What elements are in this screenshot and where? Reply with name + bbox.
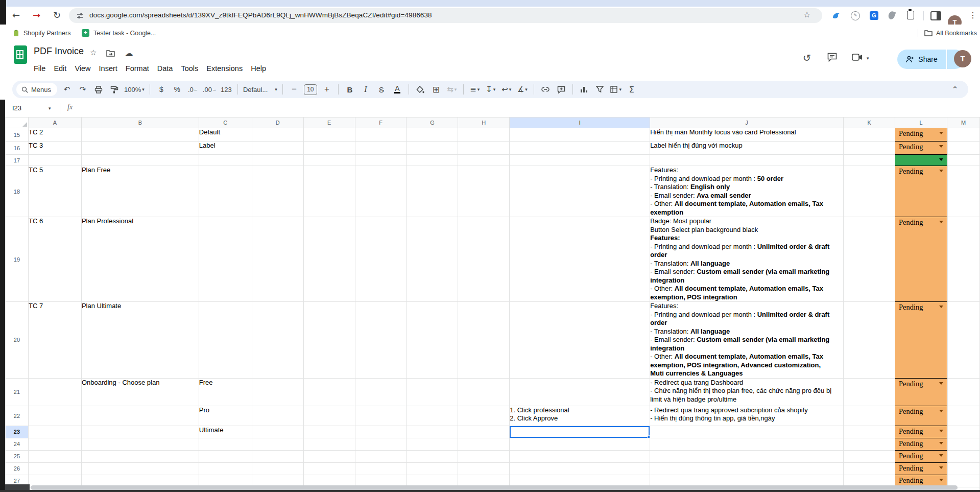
menu-format[interactable]: Format: [122, 63, 153, 74]
cell-J26[interactable]: [650, 462, 844, 475]
bookmark-tester-task[interactable]: Tester task - Google...: [93, 30, 156, 37]
cell-K22[interactable]: [844, 406, 895, 426]
cell-G17[interactable]: [407, 155, 458, 166]
cell-J25[interactable]: [650, 450, 844, 462]
menu-view[interactable]: View: [70, 63, 94, 74]
cell-C19[interactable]: [199, 217, 252, 302]
row-header-22[interactable]: 22: [6, 406, 29, 426]
cell-G18[interactable]: [407, 166, 458, 217]
cell-B20[interactable]: Plan Ultimate: [81, 302, 199, 379]
row-header-23[interactable]: 23: [6, 426, 29, 438]
row-header-24[interactable]: 24: [6, 438, 29, 450]
cell-M25[interactable]: [947, 450, 979, 462]
side-panel-icon[interactable]: [930, 11, 941, 20]
col-header-J[interactable]: J: [650, 118, 844, 128]
cell-H20[interactable]: [458, 302, 510, 379]
cell-C25[interactable]: [199, 450, 252, 462]
cell-J18[interactable]: Features:- Printing and download per mon…: [650, 166, 844, 217]
vertical-align-button[interactable]: ↧▾: [485, 83, 497, 96]
bird-extension-icon[interactable]: [832, 12, 841, 19]
col-header-F[interactable]: F: [355, 118, 407, 128]
cell-D23[interactable]: [252, 426, 303, 438]
cell-F26[interactable]: [355, 462, 407, 475]
cell-C22[interactable]: Pro: [199, 406, 252, 426]
italic-button[interactable]: I: [360, 83, 372, 96]
document-title[interactable]: PDF Invoice: [34, 46, 84, 57]
redo-button[interactable]: ↷: [77, 83, 89, 96]
cell-J24[interactable]: [650, 438, 844, 450]
cell-M21[interactable]: [947, 378, 979, 406]
cell-B25[interactable]: [81, 450, 199, 462]
cell-G15[interactable]: [407, 128, 458, 142]
decrease-font-size-button[interactable]: −: [288, 83, 300, 96]
increase-decimal-button[interactable]: .00→: [203, 83, 217, 96]
pencil-extension-icon[interactable]: ✎: [851, 11, 860, 20]
forward-icon[interactable]: →: [33, 9, 40, 22]
status-dropdown[interactable]: Pending: [895, 217, 947, 227]
cell-J16[interactable]: Label hiển thị đúng với mockup: [650, 142, 844, 155]
cell-G23[interactable]: [407, 426, 458, 438]
version-history-icon[interactable]: ↺: [803, 52, 811, 63]
cell-I24[interactable]: [510, 438, 650, 450]
cell-L17[interactable]: [895, 155, 947, 166]
cell-I21[interactable]: [510, 378, 650, 406]
cell-F25[interactable]: [355, 450, 407, 462]
status-dropdown[interactable]: [895, 155, 947, 161]
cell-K24[interactable]: [844, 438, 895, 450]
cell-A16[interactable]: TC 3: [28, 142, 81, 155]
cell-I26[interactable]: [510, 462, 650, 475]
status-dropdown[interactable]: Pending: [895, 463, 947, 473]
cell-E19[interactable]: [303, 217, 355, 302]
cell-B22[interactable]: [81, 406, 199, 426]
merge-cells-button[interactable]: ⇆▾: [446, 83, 458, 96]
cell-A19[interactable]: TC 6: [28, 217, 81, 302]
horizontal-scrollbar[interactable]: [31, 485, 958, 490]
cell-L16[interactable]: Pending: [895, 142, 947, 155]
cell-L21[interactable]: Pending: [895, 378, 947, 406]
functions-button[interactable]: Σ: [626, 83, 638, 96]
cell-L24[interactable]: Pending: [895, 438, 947, 450]
clipboard-extension-icon[interactable]: [907, 11, 914, 19]
cell-F18[interactable]: [355, 166, 407, 217]
cell-I16[interactable]: [510, 142, 650, 155]
toolbar-search[interactable]: Menus: [16, 83, 57, 96]
cell-F16[interactable]: [355, 142, 407, 155]
cell-E21[interactable]: [303, 378, 355, 406]
cell-M15[interactable]: [947, 128, 979, 142]
cell-B19[interactable]: Plan Professional: [81, 217, 199, 302]
status-dropdown[interactable]: Pending: [895, 379, 947, 388]
cell-I18[interactable]: [510, 166, 650, 217]
comments-icon[interactable]: [827, 53, 837, 62]
selected-cell-I23[interactable]: [510, 426, 650, 438]
cell-I20[interactable]: [510, 302, 650, 379]
collapse-toolbar-icon[interactable]: ⌃: [949, 83, 961, 96]
cell-G22[interactable]: [407, 406, 458, 426]
cell-I17[interactable]: [510, 155, 650, 166]
cell-L18[interactable]: Pending: [895, 166, 947, 217]
status-dropdown[interactable]: Pending: [895, 426, 947, 436]
cell-H25[interactable]: [458, 450, 510, 462]
cell-D16[interactable]: [252, 142, 303, 155]
cell-A18[interactable]: TC 5: [28, 166, 81, 217]
menu-data[interactable]: Data: [153, 63, 177, 74]
cell-G21[interactable]: [407, 378, 458, 406]
insert-link-button[interactable]: [539, 83, 552, 96]
cell-A22[interactable]: [28, 406, 81, 426]
more-formats-button[interactable]: 123: [220, 83, 232, 96]
cell-J22[interactable]: - Redirect qua trang approved subcriptio…: [650, 406, 844, 426]
status-dropdown[interactable]: Pending: [895, 166, 947, 176]
col-header-C[interactable]: C: [199, 118, 252, 128]
strikethrough-button[interactable]: S: [375, 83, 388, 96]
cell-H17[interactable]: [458, 155, 510, 166]
col-header-D[interactable]: D: [252, 118, 303, 128]
cell-H15[interactable]: [458, 128, 510, 142]
zoom-select[interactable]: 100%▾: [124, 83, 145, 96]
cell-G26[interactable]: [407, 462, 458, 475]
cell-H22[interactable]: [458, 406, 510, 426]
cell-K16[interactable]: [844, 142, 895, 155]
cell-E22[interactable]: [303, 406, 355, 426]
cell-C26[interactable]: [199, 462, 252, 475]
col-header-M[interactable]: M: [947, 118, 979, 128]
status-dropdown[interactable]: Pending: [895, 128, 947, 138]
cell-E16[interactable]: [303, 142, 355, 155]
